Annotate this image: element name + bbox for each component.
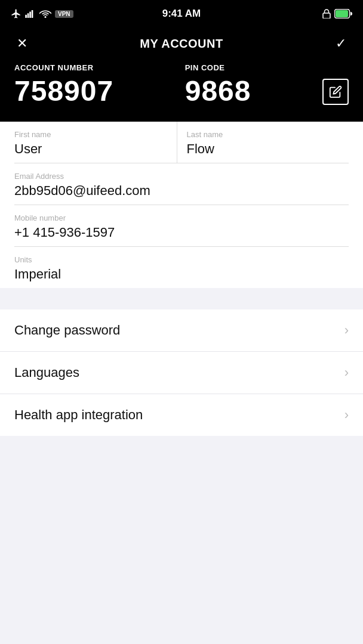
vpn-badge: VPN — [55, 10, 73, 18]
close-button[interactable]: ✕ — [14, 33, 30, 54]
units-label: Units — [14, 255, 349, 264]
last-name-value: Flow — [187, 141, 349, 157]
units-field[interactable]: Units Imperial — [14, 247, 349, 288]
mobile-field[interactable]: Mobile number +1 415-936-1597 — [14, 205, 349, 247]
section-divider — [0, 288, 363, 309]
confirm-button[interactable]: ✓ — [333, 33, 349, 54]
status-bar: VPN 9:41 AM — [0, 0, 363, 26]
svg-rect-4 — [323, 13, 330, 18]
svg-rect-1 — [27, 13, 29, 18]
svg-rect-6 — [336, 10, 348, 17]
wifi-icon — [39, 10, 51, 18]
svg-rect-3 — [32, 10, 33, 18]
first-name-value: User — [14, 141, 177, 157]
first-name-label: First name — [14, 130, 177, 139]
email-label: Email Address — [14, 172, 349, 181]
units-value: Imperial — [14, 267, 349, 282]
name-row: First name User Last name Flow — [14, 122, 349, 163]
last-name-label: Last name — [187, 130, 349, 139]
status-time: 9:41 AM — [162, 8, 201, 20]
lock-icon — [322, 9, 331, 18]
change-password-label: Change password — [14, 323, 120, 338]
first-name-field[interactable]: First name User — [14, 122, 177, 163]
page-title: MY ACCOUNT — [140, 37, 223, 51]
account-number-value: 758907 — [14, 75, 113, 107]
chevron-right-icon: › — [344, 323, 349, 338]
svg-rect-0 — [25, 15, 27, 18]
svg-rect-2 — [29, 12, 31, 18]
last-name-field[interactable]: Last name Flow — [177, 122, 349, 163]
status-right — [322, 9, 352, 18]
pin-code-section: PIN CODE 9868 — [185, 63, 251, 107]
battery-icon — [334, 9, 352, 18]
chevron-right-icon: › — [344, 365, 349, 380]
email-value: 2bb95d06@uifeed.com — [14, 183, 349, 199]
signal-icon — [25, 10, 36, 18]
edit-icon — [329, 85, 342, 98]
mobile-label: Mobile number — [14, 213, 349, 222]
account-number-label: ACCOUNT NUMBER — [14, 63, 113, 72]
menu-section: Change password › Languages › Health app… — [0, 309, 363, 436]
menu-item-languages[interactable]: Languages › — [0, 352, 363, 394]
menu-item-health-app[interactable]: Health app integration › — [0, 394, 363, 436]
pin-code-value: 9868 — [185, 75, 251, 107]
menu-item-change-password[interactable]: Change password › — [0, 309, 363, 352]
status-left: VPN — [11, 8, 73, 19]
edit-pin-button[interactable] — [322, 79, 349, 105]
chevron-right-icon: › — [344, 407, 349, 423]
header: ✕ MY ACCOUNT ✓ — [0, 26, 363, 63]
form-section: First name User Last name Flow Email Add… — [0, 122, 363, 288]
health-app-label: Health app integration — [14, 407, 143, 423]
account-info: ACCOUNT NUMBER 758907 PIN CODE 9868 — [0, 63, 363, 122]
mobile-value: +1 415-936-1597 — [14, 225, 349, 240]
pin-code-label: PIN CODE — [185, 63, 251, 72]
account-number-section: ACCOUNT NUMBER 758907 — [14, 63, 113, 107]
airplane-icon — [11, 8, 21, 19]
email-field[interactable]: Email Address 2bb95d06@uifeed.com — [14, 163, 349, 205]
languages-label: Languages — [14, 365, 79, 380]
